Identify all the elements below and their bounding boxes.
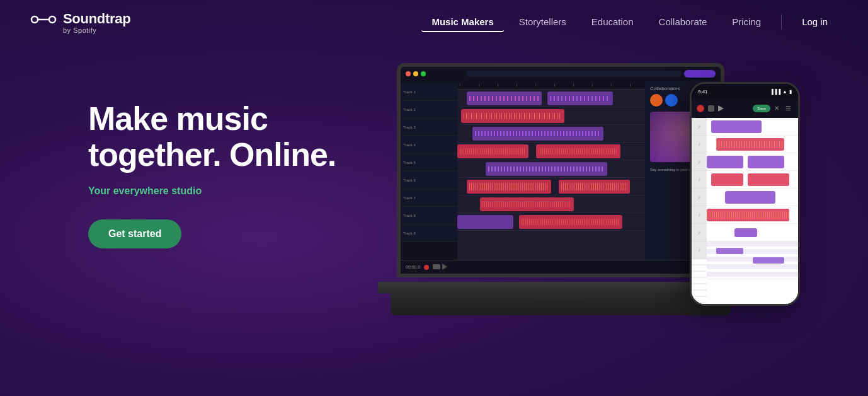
phone-waveform-6 (707, 211, 789, 219)
svg-rect-0 (31, 16, 38, 23)
phone-block-4-2 (748, 173, 789, 186)
traffic-light-close (406, 71, 411, 76)
nav-links: Music Makers Storytellers Education Coll… (421, 15, 838, 30)
phone-mockup: 9:41 ▐▐▐ ▲ ▮ Save ✕ ☰ (690, 82, 800, 306)
waveform-7 (483, 201, 571, 207)
nav-divider (776, 15, 787, 30)
hero-visual: Track 1 Track 2 Track 3 Track 4 Track 5 … (353, 69, 838, 396)
nav-item-storytellers[interactable]: Storytellers (509, 16, 576, 28)
phone-track-row-3 (707, 153, 798, 171)
hero-title-line2: together. Online. (88, 136, 336, 173)
daw-timeline-bar (466, 71, 682, 77)
phone-track-row-1 (707, 118, 798, 136)
logo-subtext: by Spotify (63, 26, 96, 34)
piano-note-2 (753, 257, 785, 264)
phone-app-controls: Save ✕ ☰ (692, 99, 798, 118)
phone-stop-btn[interactable] (708, 105, 714, 112)
logo-area[interactable]: Soundtrap by Spotify (30, 10, 130, 34)
track-label-4: Track 4 (401, 136, 457, 154)
transport-time: 00:00.0 (406, 265, 420, 269)
track-label-9: Track 9 (401, 224, 457, 242)
hero-section: Make music together. Online. Your everyw… (0, 44, 868, 396)
phone-track-ctrl-6: ♪ (692, 206, 707, 224)
nav-item-music-makers[interactable]: Music Makers (421, 16, 503, 28)
phone-track-ctrl-7: ♪ (692, 224, 707, 242)
svg-rect-2 (49, 16, 55, 23)
track-label-5: Track 5 (401, 154, 457, 172)
nav-item-collaborate[interactable]: Collaborate (649, 16, 717, 28)
nav-link-collaborate[interactable]: Collaborate (649, 13, 717, 31)
nav-link-storytellers[interactable]: Storytellers (509, 13, 576, 31)
track-label-6: Track 6 (401, 172, 457, 189)
nav-link-education[interactable]: Education (581, 13, 644, 31)
nav-item-education[interactable]: Education (581, 16, 644, 28)
daw-track-row-4 (457, 143, 645, 160)
waveform-6b (561, 183, 627, 190)
daw-track-row-1 (457, 90, 645, 107)
phone-block-4-1 (711, 173, 743, 186)
hero-title: Make music together. Online. (88, 101, 353, 173)
nav-link-pricing[interactable]: Pricing (722, 13, 771, 31)
phone-wifi-icon: ▲ (782, 89, 787, 95)
phone-status-icons: ▐▐▐ ▲ ▮ (770, 89, 792, 95)
phone-track-row-5 (707, 189, 798, 206)
daw-topbar (401, 67, 721, 81)
daw-track-row-6 (457, 178, 645, 195)
track-block-4-2 (536, 144, 620, 158)
waveform-5 (488, 166, 605, 172)
track-label-1: Track 1 (401, 83, 457, 101)
logo-text: Soundtrap (63, 11, 130, 27)
phone-block-6-1 (707, 209, 789, 221)
laptop-body (391, 291, 731, 315)
phone-menu-icon[interactable]: ☰ (785, 105, 793, 112)
phone-track-row-6 (707, 206, 798, 224)
waveform-4b (539, 148, 618, 154)
track-label-3: Track 3 (401, 119, 457, 136)
traffic-light-fullscreen (421, 71, 426, 76)
phone-play-btn[interactable] (718, 105, 724, 112)
piano-note-1 (716, 248, 744, 254)
phone-block-7-1 (734, 228, 757, 237)
phone-save-btn[interactable]: Save (753, 105, 770, 112)
transport-play-btn[interactable] (442, 264, 447, 270)
navigation: Soundtrap by Spotify Music Makers Storyt… (0, 0, 868, 44)
phone-battery-icon: ▮ (789, 89, 792, 95)
phone-track-row-7 (707, 224, 798, 242)
track-block-5-1 (486, 162, 608, 176)
track-block-3-1 (472, 127, 604, 141)
nav-item-login[interactable]: Log in (792, 16, 838, 28)
phone-share-icon[interactable]: ✕ (774, 105, 782, 112)
phone-track-row-4 (707, 171, 798, 189)
transport-controls (433, 264, 447, 270)
phone-track-ctrl-1: ♪ (692, 118, 707, 136)
login-link[interactable]: Log in (792, 13, 838, 31)
daw-screen: Track 1 Track 2 Track 3 Track 4 Track 5 … (401, 67, 721, 274)
track-block-6-1 (467, 180, 551, 194)
collaborator-avatar-1 (650, 94, 663, 107)
transport-stop-btn[interactable] (433, 264, 440, 269)
phone-track-area: ♪ ♪ ♪ ♪ ♪ ♪ ♪ ♪ (692, 118, 798, 304)
phone-track-ctrl-3: ♪ (692, 153, 707, 171)
transport-record-btn[interactable] (424, 265, 429, 270)
phone-track-ctrl-piano (692, 259, 707, 304)
nav-item-pricing[interactable]: Pricing (722, 16, 771, 28)
get-started-button[interactable]: Get started (88, 219, 181, 248)
daw-sidebar: Track 1 Track 2 Track 3 Track 4 Track 5 … (401, 81, 457, 260)
phone-waveform-2 (716, 141, 785, 148)
phone-track-sidebar: ♪ ♪ ♪ ♪ ♪ ♪ ♪ ♪ (692, 118, 707, 304)
piano-keys (692, 259, 707, 304)
track-label-8: Track 8 (401, 207, 457, 224)
track-block-8-2 (519, 215, 622, 229)
nav-link-music-makers[interactable]: Music Makers (421, 13, 503, 32)
daw-track-row-2 (457, 107, 645, 125)
phone-block-5-1 (725, 191, 775, 204)
phone-time: 9:41 (698, 89, 708, 95)
daw-track-area (457, 81, 645, 260)
waveform-4a (460, 148, 526, 154)
track-block-4-1 (457, 144, 528, 158)
daw-transport: 00:00.0 (401, 260, 721, 274)
traffic-light-minimize (413, 71, 418, 76)
phone-record-btn[interactable] (697, 105, 704, 112)
track-block-2-1 (461, 109, 564, 123)
phone-track-ctrl-5: ♪ (692, 189, 707, 206)
